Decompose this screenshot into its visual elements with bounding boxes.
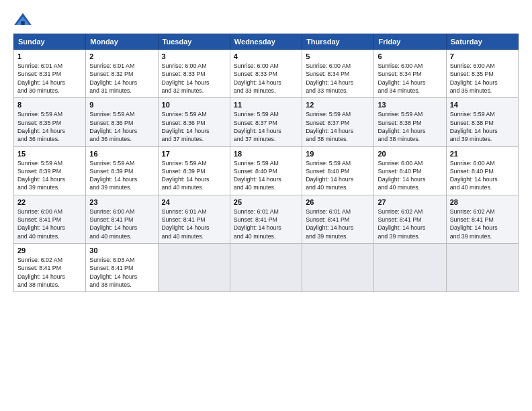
calendar-cell: [158, 244, 230, 292]
calendar-header: SundayMondayTuesdayWednesdayThursdayFrid…: [14, 34, 519, 50]
calendar-cell: 13 Sunrise: 5:59 AM Sunset: 8:38 PM Dayl…: [374, 98, 446, 146]
calendar-cell: 28 Sunrise: 6:02 AM Sunset: 8:41 PM Dayl…: [446, 195, 518, 243]
cell-info: Sunrise: 6:02 AM Sunset: 8:41 PM Dayligh…: [17, 256, 82, 289]
cell-day-number: 7: [450, 52, 515, 60]
calendar-cell: 18 Sunrise: 5:59 AM Sunset: 8:40 PM Dayl…: [230, 146, 302, 195]
logo: [13, 11, 35, 30]
calendar-cell: 7 Sunrise: 6:00 AM Sunset: 8:35 PM Dayli…: [446, 50, 518, 98]
cell-info: Sunrise: 5:59 AM Sunset: 8:38 PM Dayligh…: [450, 110, 515, 143]
cell-day-number: 29: [17, 246, 82, 255]
logo-icon: [13, 11, 32, 30]
day-header-friday: Friday: [374, 34, 446, 50]
cell-day-number: 17: [162, 150, 226, 158]
cell-day-number: 30: [89, 246, 154, 255]
cell-day-number: 13: [378, 101, 442, 109]
calendar-body: 1 Sunrise: 6:01 AM Sunset: 8:31 PM Dayli…: [14, 50, 519, 292]
cell-day-number: 15: [17, 150, 82, 158]
calendar-cell: 9 Sunrise: 5:59 AM Sunset: 8:36 PM Dayli…: [86, 98, 158, 146]
calendar-cell: 21 Sunrise: 6:00 AM Sunset: 8:40 PM Dayl…: [446, 146, 518, 195]
cell-info: Sunrise: 5:59 AM Sunset: 8:40 PM Dayligh…: [306, 159, 370, 192]
header: [13, 11, 519, 30]
calendar-week-4: 22 Sunrise: 6:00 AM Sunset: 8:41 PM Dayl…: [14, 195, 519, 243]
cell-info: Sunrise: 6:01 AM Sunset: 8:31 PM Dayligh…: [17, 62, 82, 95]
cell-day-number: 24: [162, 198, 226, 206]
cell-day-number: 1: [17, 52, 82, 60]
calendar-cell: 2 Sunrise: 6:01 AM Sunset: 8:32 PM Dayli…: [86, 50, 158, 98]
calendar-cell: 24 Sunrise: 6:01 AM Sunset: 8:41 PM Dayl…: [158, 195, 230, 243]
cell-day-number: 11: [234, 101, 298, 109]
calendar-cell: 4 Sunrise: 6:00 AM Sunset: 8:33 PM Dayli…: [230, 50, 302, 98]
cell-info: Sunrise: 6:00 AM Sunset: 8:40 PM Dayligh…: [378, 159, 442, 192]
calendar-week-2: 8 Sunrise: 5:59 AM Sunset: 8:35 PM Dayli…: [14, 98, 519, 146]
cell-info: Sunrise: 5:59 AM Sunset: 8:39 PM Dayligh…: [162, 159, 226, 192]
cell-info: Sunrise: 6:01 AM Sunset: 8:41 PM Dayligh…: [162, 208, 226, 240]
cell-info: Sunrise: 6:00 AM Sunset: 8:34 PM Dayligh…: [306, 62, 370, 95]
calendar-cell: 14 Sunrise: 5:59 AM Sunset: 8:38 PM Dayl…: [446, 98, 518, 146]
page: SundayMondayTuesdayWednesdayThursdayFrid…: [0, 0, 532, 411]
calendar-cell: [230, 244, 302, 292]
cell-day-number: 2: [89, 52, 154, 60]
cell-info: Sunrise: 5:59 AM Sunset: 8:37 PM Dayligh…: [234, 110, 298, 143]
cell-info: Sunrise: 6:01 AM Sunset: 8:32 PM Dayligh…: [89, 62, 154, 95]
svg-rect-2: [21, 21, 25, 25]
cell-info: Sunrise: 6:00 AM Sunset: 8:35 PM Dayligh…: [450, 62, 515, 95]
cell-day-number: 9: [89, 101, 154, 109]
calendar-cell: 12 Sunrise: 5:59 AM Sunset: 8:37 PM Dayl…: [302, 98, 374, 146]
cell-day-number: 5: [306, 52, 370, 60]
day-header-saturday: Saturday: [446, 34, 518, 50]
cell-day-number: 25: [234, 198, 298, 206]
cell-info: Sunrise: 5:59 AM Sunset: 8:39 PM Dayligh…: [89, 159, 154, 192]
day-header-monday: Monday: [86, 34, 158, 50]
calendar-cell: 5 Sunrise: 6:00 AM Sunset: 8:34 PM Dayli…: [302, 50, 374, 98]
cell-info: Sunrise: 6:00 AM Sunset: 8:40 PM Dayligh…: [450, 159, 515, 192]
calendar-cell: 17 Sunrise: 5:59 AM Sunset: 8:39 PM Dayl…: [158, 146, 230, 195]
calendar-cell: 26 Sunrise: 6:01 AM Sunset: 8:41 PM Dayl…: [302, 195, 374, 243]
calendar-cell: 1 Sunrise: 6:01 AM Sunset: 8:31 PM Dayli…: [14, 50, 86, 98]
cell-info: Sunrise: 5:59 AM Sunset: 8:40 PM Dayligh…: [234, 159, 298, 192]
cell-info: Sunrise: 6:00 AM Sunset: 8:34 PM Dayligh…: [378, 62, 442, 95]
cell-info: Sunrise: 6:03 AM Sunset: 8:41 PM Dayligh…: [89, 256, 154, 289]
cell-day-number: 23: [89, 198, 154, 206]
cell-info: Sunrise: 5:59 AM Sunset: 8:36 PM Dayligh…: [89, 110, 154, 143]
cell-day-number: 3: [162, 52, 226, 60]
cell-day-number: 26: [306, 198, 370, 206]
day-header-sunday: Sunday: [14, 34, 86, 50]
day-header-wednesday: Wednesday: [230, 34, 302, 50]
calendar-cell: 8 Sunrise: 5:59 AM Sunset: 8:35 PM Dayli…: [14, 98, 86, 146]
cell-info: Sunrise: 6:01 AM Sunset: 8:41 PM Dayligh…: [306, 208, 370, 240]
header-row: SundayMondayTuesdayWednesdayThursdayFrid…: [14, 34, 519, 50]
calendar-week-3: 15 Sunrise: 5:59 AM Sunset: 8:39 PM Dayl…: [14, 146, 519, 195]
cell-day-number: 28: [450, 198, 515, 206]
cell-day-number: 4: [234, 52, 298, 60]
calendar-cell: 10 Sunrise: 5:59 AM Sunset: 8:36 PM Dayl…: [158, 98, 230, 146]
calendar-week-5: 29 Sunrise: 6:02 AM Sunset: 8:41 PM Dayl…: [14, 244, 519, 292]
calendar-week-1: 1 Sunrise: 6:01 AM Sunset: 8:31 PM Dayli…: [14, 50, 519, 98]
calendar-cell: 25 Sunrise: 6:01 AM Sunset: 8:41 PM Dayl…: [230, 195, 302, 243]
cell-day-number: 12: [306, 101, 370, 109]
cell-info: Sunrise: 6:02 AM Sunset: 8:41 PM Dayligh…: [450, 208, 515, 240]
calendar-cell: 23 Sunrise: 6:00 AM Sunset: 8:41 PM Dayl…: [86, 195, 158, 243]
calendar-cell: 19 Sunrise: 5:59 AM Sunset: 8:40 PM Dayl…: [302, 146, 374, 195]
calendar-cell: 27 Sunrise: 6:02 AM Sunset: 8:41 PM Dayl…: [374, 195, 446, 243]
cell-day-number: 18: [234, 150, 298, 158]
cell-info: Sunrise: 5:59 AM Sunset: 8:36 PM Dayligh…: [162, 110, 226, 143]
cell-day-number: 21: [450, 150, 515, 158]
calendar-cell: 16 Sunrise: 5:59 AM Sunset: 8:39 PM Dayl…: [86, 146, 158, 195]
cell-info: Sunrise: 5:59 AM Sunset: 8:35 PM Dayligh…: [17, 110, 82, 143]
calendar-cell: 22 Sunrise: 6:00 AM Sunset: 8:41 PM Dayl…: [14, 195, 86, 243]
calendar-cell: 30 Sunrise: 6:03 AM Sunset: 8:41 PM Dayl…: [86, 244, 158, 292]
cell-day-number: 10: [162, 101, 226, 109]
calendar-cell: [302, 244, 374, 292]
calendar-cell: 3 Sunrise: 6:00 AM Sunset: 8:33 PM Dayli…: [158, 50, 230, 98]
cell-day-number: 27: [378, 198, 442, 206]
cell-day-number: 22: [17, 198, 82, 206]
day-header-tuesday: Tuesday: [158, 34, 230, 50]
cell-info: Sunrise: 5:59 AM Sunset: 8:38 PM Dayligh…: [378, 110, 442, 143]
calendar-cell: 6 Sunrise: 6:00 AM Sunset: 8:34 PM Dayli…: [374, 50, 446, 98]
cell-info: Sunrise: 5:59 AM Sunset: 8:39 PM Dayligh…: [17, 159, 82, 192]
cell-info: Sunrise: 6:00 AM Sunset: 8:41 PM Dayligh…: [17, 208, 82, 240]
cell-day-number: 19: [306, 150, 370, 158]
cell-info: Sunrise: 6:01 AM Sunset: 8:41 PM Dayligh…: [234, 208, 298, 240]
cell-day-number: 20: [378, 150, 442, 158]
cell-info: Sunrise: 6:00 AM Sunset: 8:41 PM Dayligh…: [89, 208, 154, 240]
